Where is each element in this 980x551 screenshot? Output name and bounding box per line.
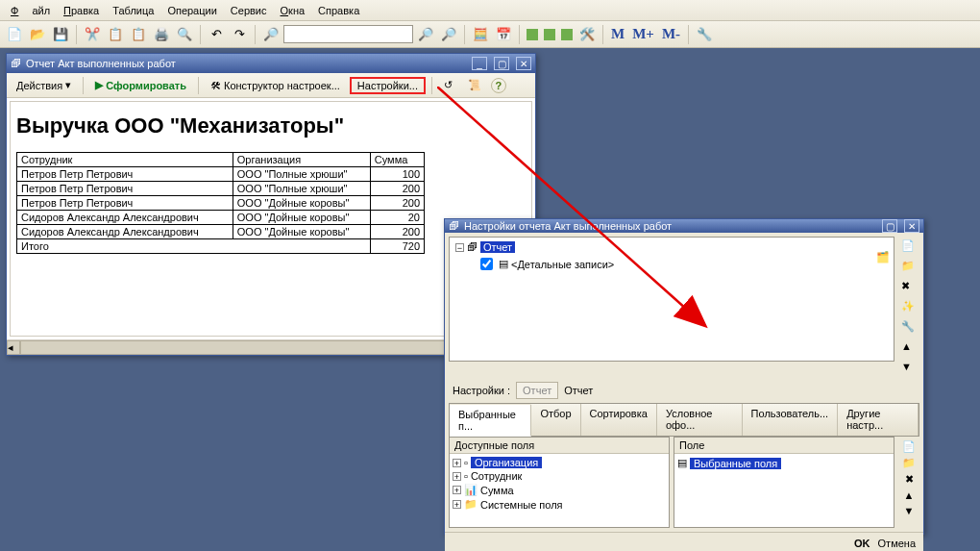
- grid3-icon[interactable]: [559, 27, 575, 42]
- table-row[interactable]: Петров Петр ПетровичООО "Полные хрюши"10…: [17, 167, 425, 182]
- open-icon[interactable]: 📂: [27, 24, 48, 45]
- tab-conditional[interactable]: Условное офо...: [657, 404, 743, 436]
- menu-edit[interactable]: Правка: [57, 2, 106, 19]
- field-employee[interactable]: +▫Сотрудник: [453, 469, 666, 483]
- config-chip1[interactable]: Отчет: [516, 382, 558, 399]
- paste-icon[interactable]: 📋: [128, 24, 149, 45]
- table-row[interactable]: Петров Петр ПетровичООО "Дойные коровы"2…: [17, 196, 425, 211]
- settings-titlebar[interactable]: 🗊 Настройки отчета Акт выполненных работ…: [445, 219, 923, 233]
- main-menu: Файл Правка Таблица Операции Сервис Окна…: [0, 0, 980, 21]
- available-fields-panel: Доступные поля +▫Организация +▫Сотрудник…: [449, 437, 670, 528]
- find-prev-icon[interactable]: 🔎: [438, 24, 459, 45]
- menu-file[interactable]: Файл: [4, 2, 57, 19]
- cut-icon[interactable]: ✂️: [82, 24, 103, 45]
- field-down-icon[interactable]: ▼: [904, 505, 915, 516]
- menu-windows[interactable]: Окна: [274, 2, 312, 19]
- move-down-icon[interactable]: ▼: [901, 361, 917, 376]
- field-system[interactable]: +📁Системные поля: [453, 497, 666, 512]
- calc-icon[interactable]: 🧮: [470, 24, 491, 45]
- tree-child[interactable]: <Детальные записи>: [511, 259, 614, 270]
- memory-m[interactable]: M: [608, 26, 627, 42]
- config-row: Настройки : Отчет Отчет: [445, 376, 923, 403]
- cancel-button[interactable]: Отмена: [878, 538, 916, 549]
- detail-checkbox[interactable]: [480, 258, 493, 270]
- selected-fields-panel: Поле ▤Выбранные поля: [674, 437, 894, 528]
- report-heading: Выручка ООО "Механизаторы": [16, 113, 526, 138]
- tree-minus-icon[interactable]: −: [455, 243, 464, 252]
- delete-icon[interactable]: ✖: [901, 280, 917, 295]
- report-window-icon: 🗊: [11, 58, 21, 69]
- maximize-icon[interactable]: ▢: [494, 57, 509, 70]
- tools-icon[interactable]: 🛠️: [576, 24, 598, 45]
- menu-ops[interactable]: Операции: [160, 2, 223, 19]
- field-sum[interactable]: +📊Сумма: [453, 483, 666, 497]
- preview-icon[interactable]: 🔍: [174, 24, 195, 45]
- grid2-icon[interactable]: [542, 27, 557, 42]
- field-organization[interactable]: +▫Организация: [453, 456, 666, 469]
- form-button[interactable]: ▶ Сформировать: [89, 76, 192, 94]
- close-icon[interactable]: ✕: [516, 57, 531, 70]
- settings-close-icon[interactable]: ✕: [904, 219, 919, 233]
- ok-button[interactable]: OK: [854, 538, 870, 549]
- selected-fields-row[interactable]: ▤Выбранные поля: [677, 456, 891, 470]
- col-employee: Сотрудник: [17, 153, 233, 167]
- available-header: Доступные поля: [450, 438, 669, 454]
- help-icon[interactable]: ?: [491, 78, 506, 93]
- tab-selected-fields[interactable]: Выбранные п...: [450, 405, 531, 437]
- table-row[interactable]: Сидоров Александр АлександровичООО "Дойн…: [17, 225, 425, 239]
- fields-vtoolbar: 📄 📁 ✖ ▲ ▼: [898, 437, 919, 528]
- redo-icon[interactable]: ↷: [229, 24, 250, 45]
- grid1-icon[interactable]: [525, 27, 540, 42]
- col-org: Организация: [233, 153, 370, 167]
- undo-icon[interactable]: ↶: [206, 24, 227, 45]
- copy-icon[interactable]: 📋: [105, 24, 126, 45]
- save-icon[interactable]: 💾: [50, 24, 71, 45]
- magic-icon[interactable]: ✨: [901, 300, 917, 315]
- tree-root[interactable]: Отчет: [480, 241, 515, 253]
- find-next-icon[interactable]: 🔎: [415, 24, 436, 45]
- menu-table[interactable]: Таблица: [106, 2, 160, 19]
- options-icon[interactable]: 🔧: [694, 24, 715, 45]
- menu-service[interactable]: Сервис: [224, 2, 274, 19]
- tree-settings-icon[interactable]: 🗂️: [872, 238, 894, 361]
- field-header: Поле: [674, 438, 894, 454]
- search-combo[interactable]: [283, 25, 413, 43]
- detail-node-icon: ▤: [499, 258, 508, 270]
- dialog-buttons: OK Отмена: [445, 532, 923, 551]
- field-up-icon[interactable]: ▲: [904, 489, 915, 501]
- tab-filter[interactable]: Отбор: [531, 404, 580, 436]
- menu-help[interactable]: Справка: [311, 2, 366, 19]
- print-icon[interactable]: 🖨️: [151, 24, 172, 45]
- table-row[interactable]: Сидоров Александр АлександровичООО "Дойн…: [17, 211, 425, 225]
- remove-field-icon[interactable]: ✖: [905, 473, 914, 486]
- tab-sort[interactable]: Сортировка: [581, 404, 657, 436]
- report-table: Сотрудник Организация Сумма Петров Петр …: [16, 152, 425, 254]
- new-doc-icon[interactable]: 📄: [4, 24, 25, 45]
- restore-settings-icon[interactable]: ↺: [438, 76, 458, 94]
- props-icon[interactable]: 🔧: [901, 320, 917, 336]
- add-group-icon[interactable]: 📁: [901, 260, 917, 275]
- add-folder-icon[interactable]: 📁: [902, 457, 916, 469]
- tab-other[interactable]: Другие настр...: [838, 404, 919, 436]
- script-icon[interactable]: 📜: [462, 76, 487, 94]
- actions-dropdown[interactable]: Действия ▾: [11, 76, 77, 94]
- settings-window-title: Настройки отчета Акт выполненных работ: [464, 220, 672, 232]
- col-sum: Сумма: [370, 153, 424, 167]
- tab-user[interactable]: Пользователь...: [743, 404, 839, 436]
- settings-button[interactable]: Настройки...: [350, 77, 426, 94]
- constructor-button[interactable]: 🛠 Конструктор настроек...: [205, 77, 346, 94]
- settings-maximize-icon[interactable]: ▢: [882, 219, 897, 233]
- add-field-icon[interactable]: 📄: [902, 440, 916, 453]
- move-up-icon[interactable]: ▲: [901, 340, 917, 356]
- table-row[interactable]: Петров Петр ПетровичООО "Полные хрюши"20…: [17, 182, 425, 196]
- add-item-icon[interactable]: 📄: [901, 239, 917, 255]
- main-toolbar: 📄 📂 💾 ✂️ 📋 📋 🖨️ 🔍 ↶ ↷ 🔎 🔎 🔎 🧮 📅 🛠️ M M+ …: [0, 21, 980, 48]
- minimize-icon[interactable]: _: [472, 57, 487, 70]
- goto-icon[interactable]: 📅: [493, 24, 514, 45]
- settings-window: 🗊 Настройки отчета Акт выполненных работ…: [444, 218, 924, 535]
- find-icon[interactable]: 🔎: [260, 24, 282, 45]
- memory-mplus[interactable]: M+: [629, 26, 657, 42]
- report-titlebar[interactable]: 🗊 Отчет Акт выполненных работ _ ▢ ✕: [7, 54, 535, 73]
- memory-mminus[interactable]: M-: [659, 26, 683, 42]
- settings-tree[interactable]: − 🗊 Отчет ▤ <Детальные записи> 🗂️: [449, 237, 894, 362]
